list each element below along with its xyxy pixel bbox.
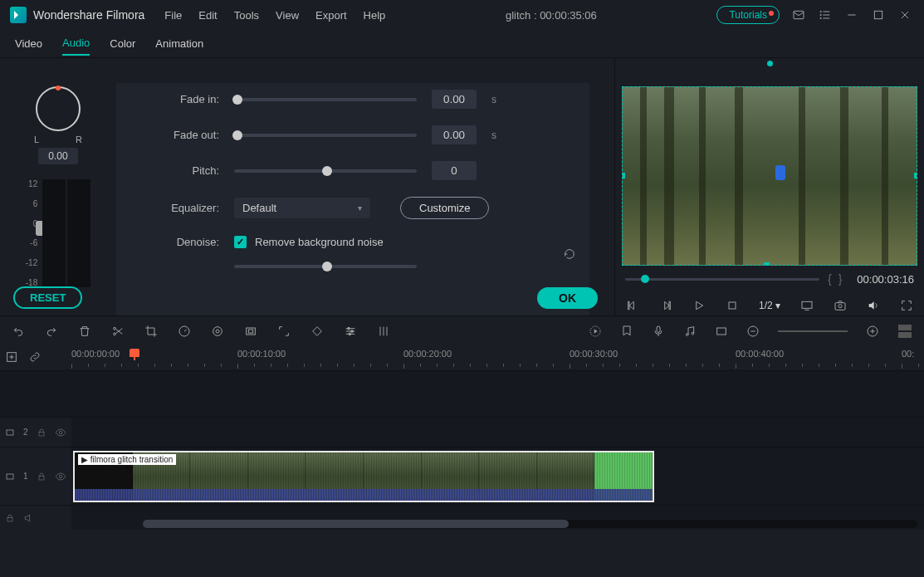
tab-video[interactable]: Video [15,32,42,55]
denoise-slider[interactable] [234,265,417,268]
play-icon[interactable] [692,299,706,312]
reset-param-icon[interactable] [563,247,576,261]
record-vo-icon[interactable] [652,325,665,338]
tab-animation[interactable]: Animation [155,32,203,55]
split-icon[interactable] [111,325,125,338]
tab-color[interactable]: Color [110,32,135,55]
fade-in-input[interactable] [432,90,477,109]
svg-rect-17 [802,301,812,308]
svg-point-4 [820,11,821,12]
tutorials-button[interactable]: Tutorials [716,6,780,24]
zoom-slider[interactable] [778,330,848,332]
track-visibility-icon[interactable] [55,471,66,482]
audio-sync-icon[interactable] [683,325,697,338]
link-icon[interactable] [28,350,42,364]
preview-viewport[interactable] [622,86,917,266]
playhead[interactable] [134,349,135,360]
green-screen-icon[interactable] [244,325,257,338]
ok-button[interactable]: OK [537,287,598,309]
audio-mixer-icon[interactable] [377,325,390,338]
menu-edit[interactable]: Edit [198,9,217,22]
fade-in-label: Fade in: [139,93,219,105]
fullscreen-icon[interactable] [900,299,913,312]
svg-marker-42 [594,329,598,333]
resize-handle-right[interactable] [914,173,917,178]
pitch-input[interactable] [432,161,477,180]
svg-rect-16 [729,302,736,309]
menu-help[interactable]: Help [364,9,386,22]
crop-zoom-icon[interactable] [277,325,291,338]
track-lock-icon[interactable] [37,428,46,438]
equalizer-label: Equalizer: [139,202,219,214]
window-maximize-icon[interactable] [871,7,886,22]
pan-dial[interactable] [36,86,81,131]
next-frame-icon[interactable] [659,299,672,312]
keyframe-icon[interactable] [310,325,324,338]
customize-button[interactable]: Customize [400,197,489,219]
speed-icon[interactable] [178,325,191,338]
undo-icon[interactable] [12,325,25,338]
preview-scrubber[interactable] [625,278,819,281]
volume-icon[interactable] [867,299,880,312]
menu-export[interactable]: Export [315,9,347,22]
marker-icon[interactable] [620,325,633,338]
crop-icon[interactable] [144,325,158,338]
fade-in-slider[interactable] [234,98,417,101]
resize-handle-bottom[interactable] [764,262,770,266]
prev-frame-icon[interactable] [626,299,639,312]
mail-icon[interactable] [791,7,806,22]
zoom-out-icon[interactable] [746,325,760,338]
snapshot-icon[interactable] [834,299,847,312]
track-v1-index: 1 [23,472,28,481]
menu-file[interactable]: File [164,9,182,22]
svg-line-25 [115,328,122,333]
display-settings-icon[interactable] [800,299,814,312]
svg-point-22 [114,327,116,330]
menu-view[interactable]: View [276,9,299,22]
track-lock-icon[interactable] [37,472,46,482]
playback-speed[interactable]: 1/2 ▾ [759,300,780,311]
window-close-icon[interactable] [897,7,912,22]
fade-out-input[interactable] [432,125,477,144]
list-icon[interactable] [818,7,833,22]
reset-button[interactable]: RESET [13,286,82,309]
mark-out-icon[interactable]: } [838,272,849,286]
timeline-clip[interactable]: ▶ filmora glitch transition [73,451,654,502]
stop-icon[interactable] [726,299,739,312]
marker-handle[interactable] [767,61,773,66]
color-icon[interactable] [211,325,224,338]
svg-marker-11 [629,301,633,309]
zoom-in-icon[interactable] [866,325,879,338]
menu-tools[interactable]: Tools [234,9,259,22]
equalizer-select[interactable]: Default▾ [234,198,370,218]
adjust-icon[interactable] [344,325,357,338]
audio-track-lock-icon[interactable] [5,513,15,523]
redo-icon[interactable] [45,325,58,338]
pitch-slider[interactable] [234,169,417,173]
resize-handle-left[interactable] [622,173,625,178]
project-title: glitch : 00:00:35:06 [385,9,716,22]
denoise-checkbox-label: Remove background noise [255,236,384,248]
panel-layout-icon[interactable] [897,324,912,339]
main-menu: File Edit Tools View Export Help [164,9,385,22]
mark-in-icon[interactable]: { [828,272,838,286]
svg-point-27 [213,326,222,335]
fade-out-slider[interactable] [234,134,417,137]
audio-track-mute-icon[interactable] [23,512,35,524]
svg-rect-19 [835,303,845,311]
denoise-checkbox[interactable]: ✓ [234,236,247,248]
aspect-icon[interactable] [715,325,728,338]
track-visibility-icon[interactable] [55,427,66,438]
timeline-ruler[interactable]: 00:00:00:0000:00:10:0000:00:20:0000:00:3… [71,349,924,369]
timeline-h-scrollbar[interactable] [143,520,917,528]
tab-audio[interactable]: Audio [62,32,90,56]
render-icon[interactable] [589,325,602,338]
svg-point-37 [349,333,351,335]
svg-point-28 [216,330,219,333]
clip-audio-waveform [75,489,653,501]
svg-rect-0 [794,11,804,18]
add-track-icon[interactable] [5,350,18,364]
delete-icon[interactable] [78,325,91,338]
window-minimize-icon[interactable] [844,7,859,22]
svg-point-35 [348,327,350,330]
